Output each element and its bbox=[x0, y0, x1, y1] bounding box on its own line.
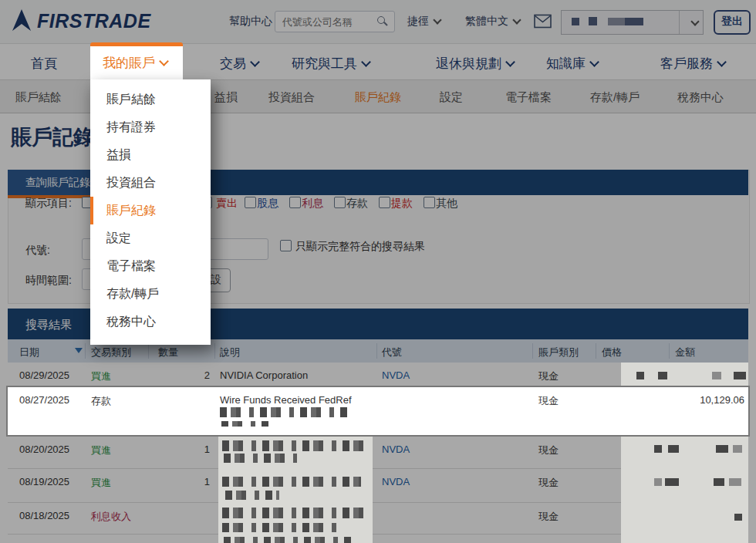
redacted-block bbox=[734, 514, 742, 521]
redacted-block bbox=[222, 477, 361, 487]
redaction-strip-description bbox=[218, 437, 373, 543]
redaction-strip-amounts-top bbox=[621, 363, 748, 386]
row-desc: Wire Funds Received FedRef bbox=[220, 394, 352, 406]
dropdown-item-portfolio[interactable]: 投資組合 bbox=[90, 169, 211, 197]
row-account: 現金 bbox=[538, 394, 559, 408]
nav-item-my-accounts-open[interactable]: 我的賬戶 bbox=[90, 46, 183, 79]
redacted-block bbox=[222, 508, 369, 518]
dropdown-item-balances[interactable]: 賬戶結餘 bbox=[90, 86, 211, 113]
dropdown-item-edocuments[interactable]: 電子檔案 bbox=[90, 252, 211, 280]
redacted-block bbox=[665, 478, 679, 486]
redacted-block bbox=[716, 445, 728, 453]
redacted-block bbox=[222, 523, 338, 532]
row-type: 存款 bbox=[91, 394, 111, 408]
redacted-block bbox=[668, 445, 679, 453]
redaction-strip-amounts bbox=[621, 437, 748, 543]
redacted-block bbox=[734, 372, 746, 379]
redacted-block bbox=[714, 478, 724, 486]
redacted-block bbox=[220, 407, 347, 417]
redacted-block bbox=[712, 372, 721, 379]
dropdown-panel: 賬戶結餘 持有證券 益損 投資組合 賬戶紀錄 設定 電子檔案 存款/轉戶 稅務中… bbox=[90, 79, 211, 345]
redacted-block bbox=[654, 445, 662, 453]
redacted-block bbox=[221, 421, 269, 427]
dropdown-item-deposit-transfer[interactable]: 存款/轉戶 bbox=[90, 280, 211, 308]
row-date: 08/27/2025 bbox=[19, 394, 69, 406]
dropdown-item-history[interactable]: 賬戶紀錄 bbox=[90, 197, 211, 224]
dropdown-item-tax-center[interactable]: 稅務中心 bbox=[90, 308, 211, 336]
highlighted-table-row[interactable]: 08/27/2025 存款 Wire Funds Received FedRef… bbox=[6, 386, 750, 437]
redacted-block bbox=[222, 440, 366, 451]
chevron-down-icon bbox=[159, 56, 169, 66]
dropdown-item-settings[interactable]: 設定 bbox=[90, 224, 211, 252]
redacted-block bbox=[225, 491, 279, 500]
redacted-block bbox=[658, 372, 667, 379]
redacted-block bbox=[224, 537, 353, 543]
redacted-block bbox=[224, 454, 297, 463]
redacted-block bbox=[733, 445, 742, 453]
row-amount: 10,129.06 bbox=[700, 394, 744, 406]
redacted-block bbox=[729, 478, 741, 486]
redacted-block bbox=[654, 478, 662, 486]
firstrade-account-history-page: FIRSTRADE 幫助中心 捷徑 繁體中文 登出 首頁 我的賬戶 交易 研究與… bbox=[0, 0, 756, 543]
dropdown-item-positions[interactable]: 持有證券 bbox=[90, 113, 211, 141]
redacted-block bbox=[636, 372, 644, 379]
dropdown-item-gain-loss[interactable]: 益損 bbox=[90, 141, 211, 169]
